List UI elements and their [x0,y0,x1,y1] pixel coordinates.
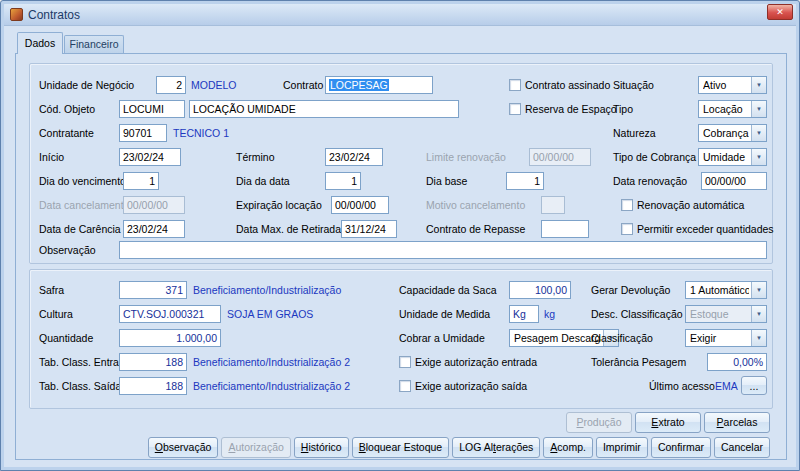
contrato-repasse-field[interactable] [541,220,589,238]
chevron-down-icon: ▼ [751,282,766,298]
expiracao-locacao-label: Expiração locação [236,196,322,214]
cod-objeto-code-field[interactable]: LOCUMI [119,100,185,118]
classificacao-label: Classificação [591,329,653,347]
classificacao-select[interactable]: Exigir ▼ [685,329,767,347]
tipo-label: Tipo [613,100,633,118]
exceder-quantidades-checkbox[interactable]: Permitir exceder quantidades [621,220,774,238]
dia-vencimento-label: Dia do vencimento [39,172,126,190]
tipo-cobranca-select[interactable]: Umidade ▼ [698,148,767,166]
contratante-label: Contratante [39,124,94,142]
data-renovacao-field[interactable]: 00/00/00 [701,172,767,190]
reserva-espaco-checkbox[interactable]: Reserva de Espaço [509,100,617,118]
observacao-field[interactable] [119,241,767,259]
checkbox-box [621,199,633,211]
tab-class-saida-field[interactable]: 188 [119,377,187,395]
situacao-label: Situação [613,76,654,94]
motivo-cancelamento-label: Motivo cancelamento [426,196,525,214]
dia-base-field[interactable]: 1 [506,172,544,190]
cultura-label: Cultura [39,305,73,323]
contratante-field[interactable]: 90701 [119,124,167,142]
combo-value: Estoque [690,308,749,321]
dia-data-label: Dia da data [236,172,290,190]
natureza-label: Natureza [613,124,656,142]
cultura-field[interactable]: CTV.SOJ.000321 [119,305,221,323]
capacidade-saca-field[interactable]: 100,00 [509,281,571,299]
tab-dados[interactable]: Dados [17,32,63,54]
checkbox-label: Contrato assinado [525,79,610,91]
tipo-cobranca-label: Tipo de Cobrança [613,148,696,166]
contratante-desc: TECNICO 1 [173,124,229,142]
parcelas-button[interactable]: Parcelas [704,412,770,433]
dia-vencimento-field[interactable]: 1 [123,172,159,190]
exige-autorizacao-saida-checkbox[interactable]: Exige autorização saída [399,377,527,395]
combo-value: Exigir [690,332,749,345]
combo-value: Cobrança [703,127,749,140]
quantidade-field[interactable]: 1.000,00 [119,329,221,347]
contrato-label: Contrato [283,76,323,94]
combo-value: Pesagem Descarga [514,332,601,345]
gerar-devolucao-label: Gerar Devolução [591,281,670,299]
gerar-devolucao-select[interactable]: 1 Automático ▼ [685,281,767,299]
combo-value: Ativo [703,79,749,92]
safra-label: Safra [39,281,64,299]
data-carencia-field[interactable]: 23/02/24 [123,220,185,238]
unidade-negocio-label: Unidade de Negócio [39,76,134,94]
inicio-field[interactable]: 23/02/24 [119,148,181,166]
tipo-select[interactable]: Locação ▼ [698,100,767,118]
cultura-desc: SOJA EM GRAOS [227,305,313,323]
chevron-down-icon: ▼ [751,149,766,165]
exige-autorizacao-entrada-checkbox[interactable]: Exige autorização entrada [399,353,537,371]
cod-objeto-label: Cód. Objeto [39,100,95,118]
close-icon: ✕ [776,7,784,17]
close-button[interactable]: ✕ [767,4,793,20]
confirmar-button[interactable]: Confirmar [651,437,711,458]
desc-classificacao-label: Desc. Classificação [591,305,683,323]
tab-class-entrada-field[interactable]: 188 [119,353,187,371]
extrato-button[interactable]: Extrato [635,412,701,433]
data-max-retirada-field[interactable]: 31/12/24 [341,220,397,238]
combo-value: Umidade [703,151,749,164]
selected-text: LOCPESAG [329,79,389,91]
combo-value: Locação [703,103,749,116]
ultimo-acesso-browse-button[interactable]: ... [741,376,767,395]
capacidade-saca-label: Capacidade da Saca [399,281,497,299]
historico-button[interactable]: Histórico [294,437,349,458]
natureza-select[interactable]: Cobrança ▼ [698,124,767,142]
safra-desc: Beneficiamento/Industrialização [193,281,341,299]
tolerancia-pesagem-field[interactable]: 0,00% [707,353,767,371]
checkbox-box [399,356,411,368]
chevron-down-icon: ▼ [751,125,766,141]
data-cancelamento-field: 00/00/00 [123,196,185,214]
observacao-button[interactable]: Observação [148,437,219,458]
limite-renovacao-field: 00/00/00 [529,148,591,166]
combo-value: 1 Automático [690,284,749,297]
unidade-medida-field[interactable]: Kg [509,305,539,323]
tab-financeiro[interactable]: Financeiro [64,35,124,53]
titlebar[interactable]: Contratos [4,4,796,26]
checkbox-label: Exige autorização saída [415,380,527,392]
termino-field[interactable]: 23/02/24 [325,148,383,166]
situacao-select[interactable]: Ativo ▼ [698,76,767,94]
acomp-button[interactable]: Acomp. [543,437,593,458]
producao-button: Produção [566,412,632,433]
imprimir-button[interactable]: Imprimir [596,437,648,458]
limite-renovacao-label: Limite renovação [426,148,506,166]
tolerancia-pesagem-label: Tolerância Pesagem [591,353,686,371]
expiracao-locacao-field[interactable]: 00/00/00 [331,196,389,214]
safra-field[interactable]: 371 [119,281,187,299]
cancelar-button[interactable]: Cancelar [714,437,770,458]
contrato-field[interactable]: LOCPESAG [325,76,433,94]
contrato-assinado-checkbox[interactable]: Contrato assinado [509,76,610,94]
cod-objeto-name-field[interactable]: LOCAÇÃO UMIDADE [189,100,459,118]
renovacao-automatica-checkbox[interactable]: Renovação automática [621,196,744,214]
checkbox-label: Exige autorização entrada [415,356,537,368]
cobrar-umidade-label: Cobrar a Umidade [399,329,485,347]
dia-base-label: Dia base [426,172,467,190]
desc-classificacao-select: Estoque ▼ [685,305,767,323]
bloquear-estoque-button[interactable]: Bloquear Estoque [352,437,450,458]
dia-data-field[interactable]: 1 [325,172,361,190]
data-cancelamento-label: Data cancelamento [39,196,129,214]
unidade-medida-desc: kg [544,305,555,323]
unidade-negocio-field[interactable]: 2 [156,76,186,94]
log-alteracoes-button[interactable]: LOG Alterações [452,437,540,458]
